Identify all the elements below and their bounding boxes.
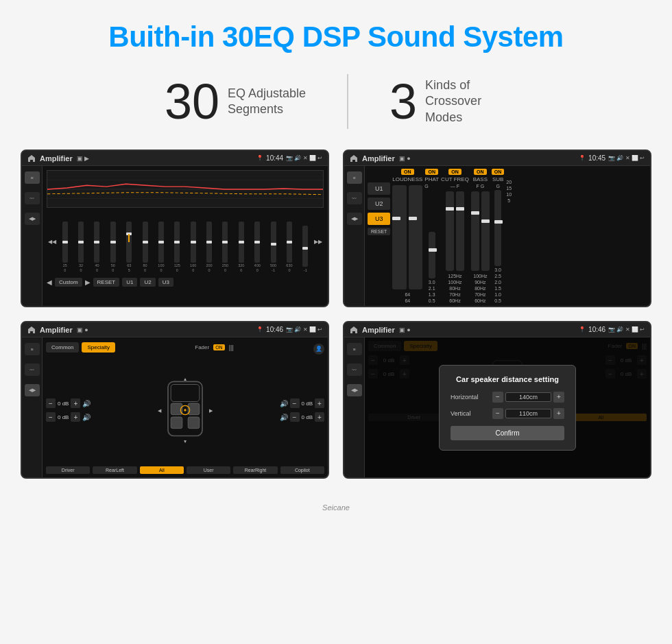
cross-reset-btn[interactable]: RESET [368, 228, 390, 235]
svg-text:◀: ◀ [158, 408, 162, 413]
cross-preset-u1[interactable]: U1 [368, 182, 390, 195]
horizontal-minus-btn[interactable]: − [492, 392, 503, 403]
screen1-topbar: Amplifier ▣ ▶ 📍 10:44 📷 🔊 ✕ ⬜ ↩ [22, 151, 328, 166]
eq-band-200[interactable]: 2000 [202, 222, 216, 272]
sidebar3-eq-btn[interactable]: ≡ [25, 343, 40, 355]
eq-u3-btn[interactable]: U3 [158, 278, 173, 287]
cross-bass: ON BASS F G 100Hz 90Hz [471, 169, 490, 303]
horizontal-plus-btn[interactable]: + [553, 392, 564, 403]
loudness-slider2[interactable] [409, 185, 423, 289]
screen4-body: ≡ 〰 ◀▶ Common Specialty Fader ON ||| [344, 337, 650, 477]
fader-on-badge[interactable]: ON [213, 344, 225, 350]
cross-preset-u2[interactable]: U2 [368, 198, 390, 210]
bass-slider[interactable] [471, 191, 479, 271]
speaker-tab-common[interactable]: Common [46, 342, 79, 353]
home-icon[interactable] [27, 154, 36, 163]
eq-band-100[interactable]: 1000 [154, 222, 168, 272]
sidebar2-eq-btn[interactable]: ≡ [347, 171, 362, 184]
eq-next-btn[interactable]: ▶ [85, 278, 91, 286]
cutfreq-slider[interactable] [446, 191, 454, 271]
spk-all-btn[interactable]: All [140, 466, 184, 474]
speaker-bottom-row: Driver RearLeft All User RearRight Copil… [46, 466, 324, 474]
phat-on[interactable]: ON [425, 169, 438, 175]
eq-band-500[interactable]: 500-1 [266, 222, 280, 272]
eq-band-400[interactable]: 4000 [250, 222, 265, 272]
eq-u1-btn[interactable]: U1 [122, 278, 137, 287]
screen3-main: Common Specialty Fader ON ||| 👤 [43, 337, 328, 477]
sidebar3-wave-btn[interactable]: 〰 [25, 363, 40, 376]
eq-band-250[interactable]: 2500 [218, 222, 232, 272]
cross-presets: U1 U2 U3 RESET [368, 169, 390, 303]
sidebar2-wave-btn[interactable]: 〰 [347, 192, 362, 204]
spk-rearleft-btn[interactable]: RearLeft [93, 466, 136, 474]
screen3-time: 10:46 [266, 326, 283, 333]
loudness-slider[interactable] [392, 185, 407, 289]
spk-copilot-btn[interactable]: Copilot [280, 466, 324, 474]
sidebar-vol-btn[interactable]: ◀▶ [25, 213, 40, 225]
vertical-minus-btn[interactable]: − [492, 408, 503, 419]
db-plus-fl[interactable]: + [71, 398, 80, 408]
eq-band-630a[interactable]: 6300 [282, 222, 296, 272]
phat-slider[interactable] [429, 232, 435, 278]
eq-band-32[interactable]: 320 [73, 222, 88, 272]
screens-grid: Amplifier ▣ ▶ 📍 10:44 📷 🔊 ✕ ⬜ ↩ ≡ 〰 ◀▶ [0, 150, 672, 499]
eq-prev-btn[interactable]: ◀ [47, 278, 52, 286]
sidebar-eq-btn[interactable]: ≡ [25, 171, 40, 184]
confirm-button[interactable]: Confirm [451, 426, 564, 440]
eq-band-50[interactable]: 500 [106, 222, 120, 272]
eq-chart [47, 170, 324, 208]
page-title: Buith-in 30EQ DSP Sound System [95, 0, 577, 67]
profile-icon[interactable]: 👤 [313, 344, 324, 355]
sidebar4-eq-btn[interactable]: ≡ [347, 343, 362, 355]
spk-rearright-btn[interactable]: RearRight [233, 466, 277, 474]
eq-band-40[interactable]: 400 [90, 222, 104, 272]
eq-band-630b[interactable]: -1 [298, 226, 313, 272]
home-icon-2[interactable] [350, 154, 358, 163]
eq-band-320[interactable]: 3200 [234, 222, 248, 272]
spk-user-btn[interactable]: User [187, 466, 230, 474]
cutfreq-on[interactable]: ON [448, 169, 461, 175]
loudness-on[interactable]: ON [401, 169, 414, 175]
eq-band-160[interactable]: 1600 [186, 222, 200, 272]
eq-band-80[interactable]: 800 [138, 222, 152, 272]
db-plus-fr[interactable]: + [315, 398, 324, 408]
eq-u2-btn[interactable]: U2 [140, 278, 155, 287]
db-plus-rl[interactable]: + [71, 412, 80, 422]
dialog-title: Car speaker distance setting [451, 375, 564, 383]
sub-on[interactable]: ON [492, 169, 505, 175]
eq-custom-btn[interactable]: Custom [55, 278, 82, 287]
sidebar-wave-btn[interactable]: 〰 [25, 192, 40, 204]
vertical-ctrl: − 110cm + [492, 408, 564, 419]
db-val-fr: 0 dB [302, 401, 313, 407]
distance-dialog: Car speaker distance setting Horizontal … [439, 365, 576, 451]
home-icon-3[interactable] [27, 326, 36, 334]
db-minus-fr[interactable]: − [290, 398, 300, 408]
eq-band-125[interactable]: 1250 [170, 222, 184, 272]
stat-crossover: 3 Kinds ofCrossover Modes [348, 77, 549, 126]
sidebar3-spk-btn[interactable]: ◀▶ [25, 384, 40, 396]
bass-on[interactable]: ON [474, 169, 487, 175]
speaker-tab-specialty[interactable]: Specialty [82, 342, 115, 353]
vertical-plus-btn[interactable]: + [553, 408, 564, 419]
db-minus-rr[interactable]: − [290, 412, 300, 422]
db-minus-fl[interactable]: − [46, 398, 56, 408]
cross-preset-u3[interactable]: U3 [368, 213, 390, 225]
db-plus-rr[interactable]: + [315, 412, 324, 422]
screen2-time: 10:45 [588, 154, 605, 162]
sub-slider[interactable] [494, 190, 501, 266]
eq-band-25[interactable]: 250 [58, 222, 72, 272]
eq-band-63[interactable]: 635 [122, 222, 136, 272]
cutfreq-slider2[interactable] [456, 191, 464, 271]
db-minus-rl[interactable]: − [46, 412, 56, 422]
svg-text:▲: ▲ [183, 377, 188, 381]
screen2-topbar: Amplifier ▣ ● 📍 10:45 📷 🔊 ✕ ⬜ ↩ [344, 151, 650, 166]
eq-reset-btn[interactable]: RESET [93, 278, 120, 287]
spk-driver-btn[interactable]: Driver [46, 466, 90, 474]
bass-slider2[interactable] [481, 191, 490, 271]
sidebar4-spk-btn[interactable]: ◀▶ [347, 384, 362, 396]
home-icon-4[interactable] [350, 326, 358, 334]
horizontal-label: Horizontal [451, 394, 488, 401]
screen1-body: ≡ 〰 ◀▶ [22, 166, 328, 306]
sidebar2-vol-btn[interactable]: ◀▶ [347, 213, 362, 225]
sidebar4-wave-btn[interactable]: 〰 [347, 363, 362, 376]
